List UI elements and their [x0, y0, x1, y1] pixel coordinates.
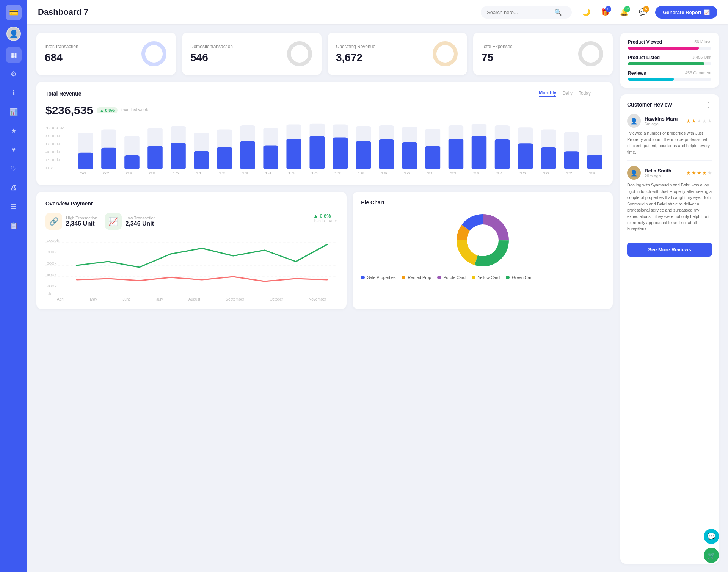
x-label-june: June	[122, 297, 131, 301]
review-text-hawkins: I viewed a number of properties with Jus…	[627, 130, 712, 155]
svg-rect-25	[194, 151, 209, 169]
low-transaction-icon: 📈	[105, 213, 122, 230]
star-icon: ★	[11, 127, 17, 135]
metric-header-listed: Product Listed 3,456 Unit	[628, 55, 711, 60]
floating-buttons: 💬 🛒	[704, 529, 719, 563]
x-label-april: April	[57, 297, 64, 301]
customer-reviews-card: Customer Review ⋮ 👤 Hawkins Maru 5m ago …	[620, 94, 719, 564]
svg-text:25: 25	[519, 172, 526, 175]
svg-rect-55	[541, 147, 556, 169]
svg-point-6	[580, 43, 601, 64]
reviews-more-icon[interactable]: ⋮	[705, 100, 712, 109]
sidebar-item-info[interactable]: ℹ	[6, 85, 22, 101]
sidebar-item-dashboard[interactable]: ▦	[6, 47, 22, 63]
legend-sale-properties: Sale Properties	[361, 275, 395, 280]
card-label-inter: Inter. transaction	[45, 44, 78, 49]
sidebar-avatar[interactable]: 👤	[6, 27, 21, 41]
revenue-amount: $236,535 ▲ 0.8%	[46, 104, 118, 117]
review-bella: 👤 Bella Smith 20m ago ★ ★ ★ ★ ★	[627, 166, 712, 237]
star2: ★	[692, 170, 696, 176]
card-value-expenses: 75	[482, 52, 512, 64]
metric-bar-bg-viewed	[628, 47, 711, 50]
chat-button[interactable]: 💬 5	[636, 5, 650, 19]
more-options-icon[interactable]: ⋯	[597, 89, 604, 98]
legend-dot-sale	[361, 276, 365, 279]
tab-today[interactable]: Today	[579, 91, 591, 97]
svg-rect-21	[147, 146, 162, 169]
svg-rect-47	[449, 139, 463, 169]
legend-purple-card: Purple Card	[437, 275, 466, 280]
review-stars-hawkins: ★ ★ ★ ★ ★	[686, 118, 712, 124]
review-avatar-bella: 👤	[627, 166, 641, 180]
donut-inter	[140, 40, 168, 67]
tab-daily[interactable]: Daily	[562, 91, 573, 97]
metric-val-listed: 3,456 Unit	[692, 55, 711, 60]
cart-float-button[interactable]: 🛒	[704, 548, 719, 563]
star1: ★	[686, 118, 691, 124]
generate-report-button[interactable]: Generate Report 📈	[655, 6, 717, 19]
svg-text:24: 24	[496, 172, 503, 175]
svg-text:28: 28	[589, 172, 596, 175]
card-label-expenses: Total Expenses	[482, 44, 512, 49]
svg-text:0k: 0k	[47, 292, 52, 296]
svg-rect-17	[101, 148, 116, 169]
left-panel: Inter. transaction 684 Domestic transact…	[36, 33, 613, 564]
svg-rect-27	[217, 147, 232, 169]
search-bar[interactable]: 🔍	[481, 6, 572, 19]
svg-rect-31	[263, 146, 278, 169]
review-stars-bella: ★ ★ ★ ★ ★	[686, 170, 712, 176]
star5: ★	[708, 118, 712, 124]
legend-dot-yellow	[472, 276, 475, 279]
sidebar-item-analytics[interactable]: 📊	[6, 104, 22, 120]
search-input[interactable]	[487, 9, 551, 15]
sidebar-item-print[interactable]: 🖨	[6, 180, 22, 196]
bell-button[interactable]: 🔔 12	[617, 5, 631, 19]
sidebar-item-liked[interactable]: ♥	[6, 142, 22, 158]
revenue-bar-chart: 1000k 800k 600k 400k 200k 0k	[46, 123, 604, 176]
svg-text:07: 07	[103, 172, 110, 175]
svg-rect-15	[78, 153, 93, 169]
low-transaction-info: Low Transaction 2,346 Unit	[126, 216, 156, 227]
review-hawkins: 👤 Hawkins Maru 5m ago ★ ★ ★ ★ ★	[627, 114, 712, 161]
content-area: Inter. transaction 684 Domestic transact…	[27, 24, 728, 572]
sidebar-logo[interactable]: 💳	[6, 5, 22, 20]
legend-dot-rented	[402, 276, 405, 279]
sidebar-item-menu[interactable]: ☰	[6, 199, 22, 215]
svg-text:10: 10	[172, 172, 179, 175]
payment-x-axis: April May June July August September Oct…	[46, 297, 337, 301]
tab-monthly[interactable]: Monthly	[539, 90, 556, 97]
metric-product-viewed: Product Viewed 561/days	[628, 39, 711, 50]
sidebar-item-saved[interactable]: ♡	[6, 161, 22, 177]
card-info-domestic: Domestic transaction 546	[190, 44, 233, 64]
see-more-reviews-button[interactable]: See More Reviews	[627, 243, 712, 257]
review-meta-hawkins: Hawkins Maru 5m ago	[645, 116, 678, 126]
sidebar-item-settings[interactable]: ⚙	[6, 66, 22, 82]
metric-name-viewed: Product Viewed	[628, 39, 662, 45]
legend-green-card: Green Card	[506, 275, 533, 280]
svg-text:08: 08	[126, 172, 133, 175]
pie-legend: Sale Properties Rented Prop Purple Card	[361, 275, 604, 280]
sidebar-item-favorites[interactable]: ★	[6, 123, 22, 139]
gift-button[interactable]: 🎁 2	[598, 5, 612, 19]
svg-text:200k: 200k	[46, 158, 61, 162]
card-value-domestic: 546	[190, 52, 233, 64]
metric-val-viewed: 561/days	[694, 39, 711, 45]
x-label-november: November	[309, 297, 326, 301]
svg-text:27: 27	[565, 172, 572, 175]
payment-more-icon[interactable]: ⋮	[331, 199, 337, 208]
svg-rect-49	[472, 136, 486, 169]
sidebar-item-reports[interactable]: 📋	[6, 218, 22, 234]
x-label-may: May	[90, 297, 97, 301]
card-value-inter: 684	[45, 52, 78, 64]
svg-rect-39	[356, 141, 371, 169]
dark-mode-toggle[interactable]: 🌙	[579, 5, 593, 19]
dashboard-icon: ▦	[11, 51, 17, 59]
trend-sub: than last week	[313, 219, 337, 223]
support-float-button[interactable]: 💬	[704, 529, 719, 544]
review-name-bella: Bella Smith	[645, 168, 672, 174]
low-label: Low Transaction	[126, 216, 156, 220]
x-label-september: September	[226, 297, 244, 301]
legend-rented-prop: Rented Prop	[402, 275, 431, 280]
svg-rect-45	[425, 146, 440, 169]
gear-icon: ⚙	[11, 70, 17, 78]
